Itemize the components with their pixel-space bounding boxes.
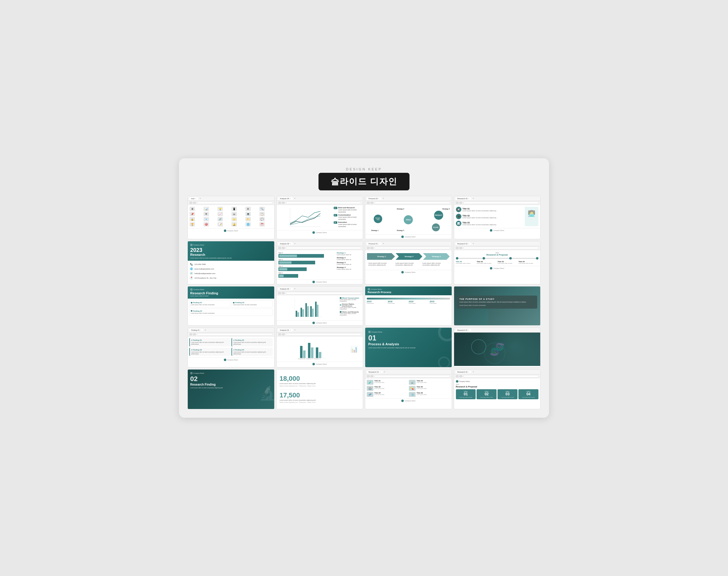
icon-12: 📋 bbox=[259, 212, 265, 216]
slide-analysis-02[interactable]: Analysis 02× + bbox=[276, 286, 363, 325]
title-img-2: 🏥 Title 02 Lorem ipsum dolor bbox=[367, 386, 408, 391]
strategy-3: Strategy 3 bbox=[397, 230, 404, 231]
slide-2023-research[interactable]: Company Name 2023 Research Lorem ipsum d… bbox=[188, 241, 275, 284]
icon-9: 📈 bbox=[218, 212, 223, 216]
index-card-01: Index 01 Lorem ipsum dolor sit amet bbox=[456, 389, 476, 399]
icon-20: 🎯 bbox=[203, 222, 209, 227]
process-analysis-title: Process & Analysis bbox=[368, 342, 449, 346]
icon-11: 💻 bbox=[245, 212, 251, 216]
icon-4: 📱 bbox=[231, 207, 237, 211]
svg-rect-19 bbox=[316, 347, 318, 358]
footer-company-4: Company Name bbox=[454, 228, 540, 232]
bar-row-3: Year 2 bbox=[278, 265, 335, 271]
company-label: Company Name bbox=[190, 244, 272, 246]
process-num: 01 bbox=[368, 335, 449, 342]
slide-analysis-03[interactable]: Analysis 03× + Year 4 bbox=[276, 241, 363, 284]
slide-finding-01[interactable]: Finding 01× + ● Finding 01 Lorem ipsum d… bbox=[188, 327, 275, 368]
strategy-2: Strategy 2 bbox=[397, 208, 404, 210]
icon-19: 🏆 bbox=[190, 222, 195, 227]
slide-numbers[interactable]: 18,000 Lorem ipsum dolor sit amet consec… bbox=[276, 369, 363, 409]
finding-num: 02 bbox=[190, 376, 272, 382]
company-label-2: Company Name bbox=[190, 288, 272, 291]
slide-dna[interactable]: Research 01× 🧬 bbox=[454, 327, 541, 368]
strategy-4: Strategy 4 bbox=[442, 208, 450, 210]
footer-company-3: Company Name bbox=[365, 234, 452, 239]
slide-process-analysis[interactable]: Company Name 01 Process & Analysis Lorem… bbox=[365, 327, 452, 368]
icon-23: 🌐 bbox=[245, 222, 251, 227]
slide-research-process[interactable]: Company Name Research Process 2015 Lorem… bbox=[365, 286, 452, 325]
bar-row-4: Year 1 bbox=[278, 272, 335, 278]
slide-research-finding[interactable]: Company Name Research Finding Lorem ipsu… bbox=[188, 286, 275, 325]
footer-company-7: Company Name bbox=[454, 266, 540, 270]
title-img-4: 🔬 Title 04 Lorem ipsum dolor bbox=[409, 380, 450, 385]
line-chart bbox=[278, 207, 332, 228]
contact-email: ✉ hello@reallygreatsite.com bbox=[190, 271, 272, 275]
title-03: Title 03 Lorem ipsum dolor sit amet bbox=[498, 261, 517, 264]
svg-rect-8 bbox=[305, 303, 307, 317]
rp-title: Research & Proposal bbox=[456, 385, 539, 388]
footer-company-11: Company Name bbox=[365, 398, 452, 403]
year-2015: 2015 Lorem ipsum bbox=[367, 300, 387, 304]
slide-research-titles-v2[interactable]: Research 01× + 🧪 Title 01 Lorem ipsum do… bbox=[365, 369, 452, 409]
icon-1: 🖥 bbox=[190, 207, 195, 211]
slide-research-01-a[interactable]: Research 01× + 📢 Title 01 Lorem ipsum do… bbox=[454, 196, 541, 239]
main-title: 슬라이드 디자인 bbox=[318, 173, 410, 191]
main-container: DESIGN KEEP 슬라이드 디자인 Icon× + 🖥 📊 bbox=[179, 158, 549, 418]
footer-company-10: Company Name bbox=[277, 362, 363, 366]
svg-rect-13 bbox=[317, 305, 318, 317]
slide-analysis-01[interactable]: Analysis 01× + bbox=[276, 327, 363, 368]
bar-chart-svg bbox=[278, 297, 338, 318]
icon-17: 📁 bbox=[245, 217, 251, 221]
svg-rect-7 bbox=[302, 309, 304, 317]
bubble-product: PRODUCT bbox=[434, 211, 443, 220]
svg-text:Competitor A: Competitor A bbox=[298, 358, 305, 359]
title-img-6: 🩺 Title 06 Lorem ipsum dolor bbox=[409, 392, 450, 397]
footer-company-8: Company Name bbox=[277, 320, 363, 325]
svg-text:Competitor B: Competitor B bbox=[305, 358, 313, 359]
process-text: Lorem ipsum dolor sit amet consectetur a… bbox=[368, 347, 449, 349]
svg-rect-5 bbox=[297, 312, 299, 317]
svg-rect-18 bbox=[311, 347, 313, 358]
svg-text:Competitor C: Competitor C bbox=[313, 358, 320, 359]
slide-index-cards[interactable]: Research 01× + Company Name 2023 Researc… bbox=[454, 369, 541, 409]
slide-purpose-study[interactable]: THE PURPOSE OF A STUDY Lorem ipsum dolor… bbox=[454, 286, 541, 325]
strategy-item-4: Strategy 4 Lorem ipsum dolor sit bbox=[337, 266, 361, 270]
slide-research-finding-02[interactable]: Company Name 02 Research Finding Lorem i… bbox=[188, 369, 275, 409]
icon-7: 📌 bbox=[190, 212, 195, 216]
svg-rect-15 bbox=[300, 346, 302, 358]
icon-8: 👁 bbox=[203, 212, 209, 216]
footer-company-9: Company Name bbox=[188, 357, 274, 362]
process-arrow-3: Strategy 3 bbox=[423, 253, 450, 260]
subtitle: DESIGN KEEP bbox=[188, 167, 540, 171]
purpose-title: THE PURPOSE OF A STUDY bbox=[459, 298, 535, 300]
slide-row-5: Company Name 02 Research Finding Lorem i… bbox=[188, 369, 540, 409]
strategy-item-2: Strategy 2 Lorem ipsum dolor sit bbox=[337, 257, 361, 260]
icon-14: 📧 bbox=[203, 217, 209, 221]
analysis-item-1: 1 Brief and Research Lorem ipsum dolor s… bbox=[334, 207, 361, 213]
contact-address: 📍 123 Anywhere St., Any City bbox=[190, 276, 272, 280]
year-label: 2023 bbox=[456, 383, 539, 385]
slide-icon-grid[interactable]: Icon× + 🖥 📊 💡 📱 ⚙ 🔍 📌 👁 bbox=[188, 196, 275, 239]
year-2019: 2019 Lorem ipsum bbox=[429, 300, 450, 304]
company-label-5: Company Name bbox=[190, 372, 272, 374]
slide-row-4: Finding 01× + ● Finding 01 Lorem ipsum d… bbox=[188, 327, 540, 368]
slide-process-02[interactable]: Process 02× + PRICE PROMO-TION PRODUCT bbox=[365, 196, 452, 239]
num1: 18,000 bbox=[280, 375, 360, 382]
process-title: Research Process bbox=[368, 291, 449, 294]
svg-rect-10 bbox=[310, 306, 311, 317]
strategy-item-1: Strategy 1 Lorem ipsum dolor sit bbox=[337, 252, 361, 256]
finding-04-a: ● Finding 04 Lorem ipsum dolor sit amet … bbox=[231, 348, 272, 356]
index-card-02: Index 02 Lorem ipsum dolor sit amet bbox=[477, 389, 497, 399]
bubble-promotion: PROMO-TION bbox=[374, 214, 382, 223]
slide-research-timeline[interactable]: Research 01× + 2023 Research & Proposal bbox=[454, 241, 541, 284]
finding-main-title: Research Finding bbox=[190, 291, 272, 295]
finding-card-3: Finding 03 Lorem ipsum dolor sit amet co… bbox=[189, 309, 273, 316]
slide-analysis-04[interactable]: Analysis 04× + bbox=[276, 196, 363, 239]
finding-card-2: Finding 02 Lorem ipsum dolor sit amet co… bbox=[231, 300, 272, 308]
slide-row-3: Company Name Research Finding Lorem ipsu… bbox=[188, 286, 540, 325]
slide-process-01[interactable]: Process 01× + Strategy 1 Strategy 2 Stra… bbox=[365, 241, 452, 284]
process-arrow-1: Strategy 1 bbox=[367, 253, 395, 260]
stat-1: 18,000 Lorem ipsum dolor sit amet consec… bbox=[280, 375, 360, 387]
svg-rect-6 bbox=[300, 308, 302, 317]
year-2016: 2016 Lorem ipsum bbox=[388, 300, 408, 304]
